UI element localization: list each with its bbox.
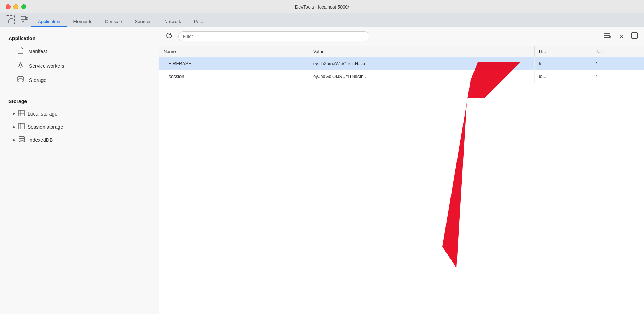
sidebar-item-local-storage[interactable]: ▶ Local storage	[0, 107, 159, 120]
col-header-domain: D...	[534, 46, 591, 57]
svg-rect-4	[26, 17, 28, 20]
toolbar-right: × ✕	[602, 31, 640, 42]
tab-console[interactable]: Console	[99, 17, 128, 27]
main-layout: Application Manifest Service workers	[0, 27, 644, 314]
storage-app-label: Storage	[29, 77, 46, 83]
service-workers-label: Service workers	[29, 63, 64, 69]
svg-point-8	[18, 76, 23, 78]
sidebar-item-session-storage[interactable]: ▶ Session storage	[0, 120, 159, 133]
cell-name: __session	[159, 70, 309, 83]
svg-text:×: ×	[609, 35, 611, 39]
svg-point-17	[19, 136, 25, 139]
cell-domain: lo...	[534, 57, 591, 70]
arrow-icon-session-storage: ▶	[13, 125, 16, 129]
tab-performance[interactable]: Pe...	[188, 17, 210, 27]
service-workers-icon	[17, 61, 24, 70]
tab-bar-icons	[3, 15, 31, 24]
storage-icon	[17, 76, 24, 84]
sidebar-item-service-workers[interactable]: Service workers	[0, 58, 159, 73]
indexeddb-icon	[18, 136, 25, 144]
manifest-label: Manifest	[28, 49, 47, 54]
window-title: DevTools - localhost:5000/	[295, 4, 349, 10]
svg-rect-13	[19, 123, 24, 129]
table-row[interactable]: __FIREBASE_... eyJjb25maWciOnsicHJva... …	[159, 57, 644, 70]
traffic-lights	[6, 4, 26, 9]
device-toolbar-icon[interactable]	[21, 16, 28, 24]
sidebar: Application Manifest Service workers	[0, 27, 159, 314]
indexeddb-label: IndexedDB	[28, 137, 53, 143]
tab-network[interactable]: Network	[158, 17, 188, 27]
cell-path: /	[591, 57, 644, 70]
filter-input[interactable]	[178, 31, 369, 41]
tab-sources[interactable]: Sources	[128, 17, 158, 27]
cell-value: eyJhbGciOiJSUzI1NiIsIn...	[309, 70, 534, 83]
content-toolbar: × ✕	[159, 27, 644, 46]
close-button[interactable]: ✕	[617, 31, 626, 42]
col-header-name: Name	[159, 46, 309, 57]
refresh-button[interactable]	[163, 30, 175, 42]
sidebar-item-indexeddb[interactable]: ▶ IndexedDB	[0, 133, 159, 146]
minimize-window-button[interactable]	[13, 4, 18, 9]
col-header-path: P...	[591, 46, 644, 57]
sidebar-item-storage-app[interactable]: Storage	[0, 73, 159, 87]
data-table: Name Value D... P... __FIREBASE_... eyJj…	[159, 46, 644, 314]
cell-domain: lo...	[534, 70, 591, 83]
tab-application[interactable]: Application	[31, 17, 67, 27]
sidebar-item-manifest[interactable]: Manifest	[0, 44, 159, 58]
expand-icon	[631, 32, 638, 39]
sidebar-section-application: Application	[0, 33, 159, 44]
tab-bar: Application Elements Console Sources Net…	[0, 13, 644, 27]
arrow-icon-local-storage: ▶	[13, 112, 16, 116]
svg-rect-3	[21, 16, 26, 20]
cell-name: __FIREBASE_...	[159, 57, 309, 70]
maximize-window-button[interactable]	[21, 4, 26, 9]
sidebar-section-storage: Storage	[0, 96, 159, 107]
col-header-value: Value	[309, 46, 534, 57]
close-icon: ✕	[619, 33, 624, 40]
local-storage-icon	[18, 110, 25, 117]
filter-clear-button[interactable]: ×	[602, 31, 614, 42]
tab-elements[interactable]: Elements	[67, 17, 99, 27]
element-picker-icon[interactable]	[6, 15, 15, 24]
expand-button[interactable]	[629, 31, 640, 42]
cookies-table: Name Value D... P... __FIREBASE_... eyJj…	[159, 46, 644, 83]
svg-rect-9	[19, 110, 24, 116]
content-area: × ✕ Name Value D... P...	[159, 27, 644, 314]
title-bar: DevTools - localhost:5000/	[0, 0, 644, 13]
session-storage-icon	[18, 123, 25, 130]
cell-value: eyJjb25maWciOnsicHJva...	[309, 57, 534, 70]
arrow-icon-indexeddb: ▶	[13, 138, 16, 142]
svg-point-7	[19, 64, 22, 66]
close-window-button[interactable]	[6, 4, 11, 9]
table-header-row: Name Value D... P...	[159, 46, 644, 57]
svg-rect-0	[7, 17, 10, 19]
cell-path: /	[591, 70, 644, 83]
sidebar-divider	[0, 91, 159, 91]
session-storage-label: Session storage	[28, 124, 63, 130]
table-row[interactable]: __session eyJhbGciOiJSUzI1NiIsIn... lo..…	[159, 70, 644, 83]
local-storage-label: Local storage	[28, 111, 57, 117]
manifest-icon	[17, 47, 23, 56]
